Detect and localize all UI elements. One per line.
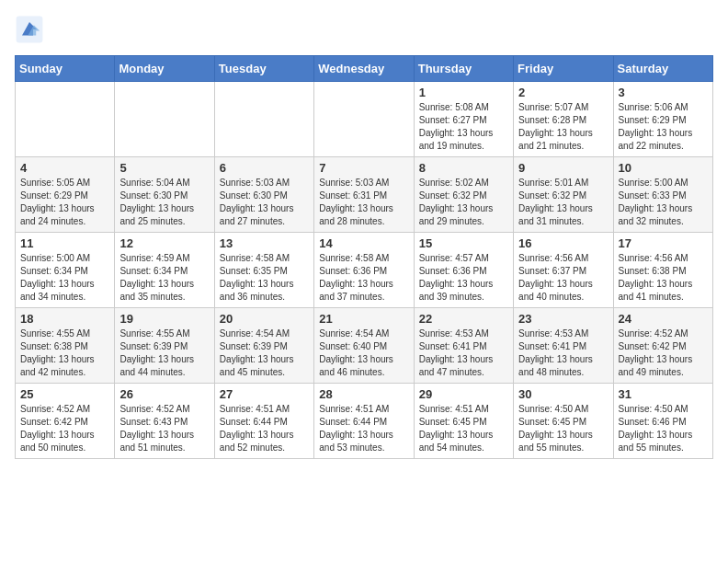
day-info: Sunrise: 4:54 AMSunset: 6:40 PMDaylight:… xyxy=(319,327,408,379)
day-number: 3 xyxy=(619,86,708,99)
calendar-cell: 2Sunrise: 5:07 AMSunset: 6:28 PMDaylight… xyxy=(514,82,613,157)
day-number: 11 xyxy=(20,236,109,250)
day-number: 28 xyxy=(319,387,408,401)
calendar-cell: 18Sunrise: 4:55 AMSunset: 6:38 PMDayligh… xyxy=(16,308,115,384)
calendar-cell: 16Sunrise: 4:56 AMSunset: 6:37 PMDayligh… xyxy=(514,233,613,308)
day-number: 25 xyxy=(20,387,109,401)
calendar-week-row: 11Sunrise: 5:00 AMSunset: 6:34 PMDayligh… xyxy=(16,233,713,308)
day-number: 9 xyxy=(518,161,608,175)
day-number: 12 xyxy=(119,236,209,250)
day-info: Sunrise: 4:56 AMSunset: 6:38 PMDaylight:… xyxy=(619,252,708,304)
calendar-cell: 10Sunrise: 5:00 AMSunset: 6:33 PMDayligh… xyxy=(613,157,712,233)
day-info: Sunrise: 4:53 AMSunset: 6:41 PMDaylight:… xyxy=(419,327,508,379)
day-number: 20 xyxy=(220,312,309,326)
calendar-week-row: 4Sunrise: 5:05 AMSunset: 6:29 PMDaylight… xyxy=(16,157,713,233)
day-number: 6 xyxy=(220,161,309,175)
day-info: Sunrise: 4:53 AMSunset: 6:41 PMDaylight:… xyxy=(518,327,608,379)
logo-icon xyxy=(15,15,44,44)
weekday-header-wednesday: Wednesday xyxy=(314,56,414,82)
day-number: 21 xyxy=(319,312,408,326)
calendar-cell xyxy=(16,82,115,157)
day-number: 8 xyxy=(419,161,508,175)
day-number: 22 xyxy=(419,312,508,326)
calendar-cell: 27Sunrise: 4:51 AMSunset: 6:44 PMDayligh… xyxy=(214,384,313,459)
calendar-cell xyxy=(314,82,414,157)
calendar-cell: 12Sunrise: 4:59 AMSunset: 6:34 PMDayligh… xyxy=(115,233,214,308)
weekday-header-tuesday: Tuesday xyxy=(214,56,313,82)
calendar-cell: 15Sunrise: 4:57 AMSunset: 6:36 PMDayligh… xyxy=(414,233,513,308)
calendar-cell: 4Sunrise: 5:05 AMSunset: 6:29 PMDaylight… xyxy=(16,157,115,233)
day-info: Sunrise: 5:02 AMSunset: 6:32 PMDaylight:… xyxy=(419,177,508,228)
calendar-cell: 11Sunrise: 5:00 AMSunset: 6:34 PMDayligh… xyxy=(16,233,115,308)
day-info: Sunrise: 4:50 AMSunset: 6:46 PMDaylight:… xyxy=(619,403,708,454)
calendar-cell xyxy=(214,82,313,157)
day-info: Sunrise: 5:07 AMSunset: 6:28 PMDaylight:… xyxy=(518,101,608,153)
day-info: Sunrise: 5:04 AMSunset: 6:30 PMDaylight:… xyxy=(119,177,209,228)
calendar-week-row: 25Sunrise: 4:52 AMSunset: 6:42 PMDayligh… xyxy=(16,384,713,459)
weekday-header-row: SundayMondayTuesdayWednesdayThursdayFrid… xyxy=(16,56,713,82)
day-info: Sunrise: 5:00 AMSunset: 6:34 PMDaylight:… xyxy=(20,252,109,304)
day-number: 4 xyxy=(20,161,109,175)
day-info: Sunrise: 5:06 AMSunset: 6:29 PMDaylight:… xyxy=(619,101,708,153)
day-number: 30 xyxy=(518,387,608,401)
day-info: Sunrise: 5:05 AMSunset: 6:29 PMDaylight:… xyxy=(20,177,109,228)
day-number: 18 xyxy=(20,312,109,326)
day-number: 19 xyxy=(119,312,209,326)
day-info: Sunrise: 5:03 AMSunset: 6:30 PMDaylight:… xyxy=(220,177,309,228)
day-number: 27 xyxy=(220,387,309,401)
day-number: 23 xyxy=(518,312,608,326)
day-info: Sunrise: 4:51 AMSunset: 6:44 PMDaylight:… xyxy=(220,403,309,454)
weekday-header-friday: Friday xyxy=(514,56,613,82)
calendar-cell: 30Sunrise: 4:50 AMSunset: 6:45 PMDayligh… xyxy=(514,384,613,459)
calendar-cell: 26Sunrise: 4:52 AMSunset: 6:43 PMDayligh… xyxy=(115,384,214,459)
day-info: Sunrise: 5:00 AMSunset: 6:33 PMDaylight:… xyxy=(619,177,708,228)
day-info: Sunrise: 4:58 AMSunset: 6:35 PMDaylight:… xyxy=(220,252,309,304)
day-number: 10 xyxy=(619,161,708,175)
page-header xyxy=(15,15,713,44)
day-info: Sunrise: 4:54 AMSunset: 6:39 PMDaylight:… xyxy=(220,327,309,379)
day-number: 1 xyxy=(419,86,508,99)
day-number: 7 xyxy=(319,161,408,175)
weekday-header-monday: Monday xyxy=(115,56,214,82)
calendar-cell: 19Sunrise: 4:55 AMSunset: 6:39 PMDayligh… xyxy=(115,308,214,384)
calendar-cell: 7Sunrise: 5:03 AMSunset: 6:31 PMDaylight… xyxy=(314,157,414,233)
day-number: 2 xyxy=(518,86,608,99)
day-info: Sunrise: 4:52 AMSunset: 6:42 PMDaylight:… xyxy=(619,327,708,379)
calendar-cell: 9Sunrise: 5:01 AMSunset: 6:32 PMDaylight… xyxy=(514,157,613,233)
day-number: 14 xyxy=(319,236,408,250)
day-number: 29 xyxy=(419,387,508,401)
calendar-cell: 25Sunrise: 4:52 AMSunset: 6:42 PMDayligh… xyxy=(16,384,115,459)
day-number: 31 xyxy=(619,387,708,401)
weekday-header-thursday: Thursday xyxy=(414,56,513,82)
day-info: Sunrise: 4:56 AMSunset: 6:37 PMDaylight:… xyxy=(518,252,608,304)
calendar-cell: 24Sunrise: 4:52 AMSunset: 6:42 PMDayligh… xyxy=(613,308,712,384)
calendar-cell: 21Sunrise: 4:54 AMSunset: 6:40 PMDayligh… xyxy=(314,308,414,384)
day-info: Sunrise: 4:55 AMSunset: 6:39 PMDaylight:… xyxy=(119,327,209,379)
day-info: Sunrise: 4:58 AMSunset: 6:36 PMDaylight:… xyxy=(319,252,408,304)
calendar-cell: 1Sunrise: 5:08 AMSunset: 6:27 PMDaylight… xyxy=(414,82,513,157)
calendar-cell: 23Sunrise: 4:53 AMSunset: 6:41 PMDayligh… xyxy=(514,308,613,384)
day-info: Sunrise: 4:59 AMSunset: 6:34 PMDaylight:… xyxy=(119,252,209,304)
calendar-cell: 6Sunrise: 5:03 AMSunset: 6:30 PMDaylight… xyxy=(214,157,313,233)
day-number: 24 xyxy=(619,312,708,326)
calendar-cell: 3Sunrise: 5:06 AMSunset: 6:29 PMDaylight… xyxy=(613,82,712,157)
calendar-cell xyxy=(115,82,214,157)
day-info: Sunrise: 4:52 AMSunset: 6:43 PMDaylight:… xyxy=(119,403,209,454)
day-info: Sunrise: 4:51 AMSunset: 6:45 PMDaylight:… xyxy=(419,403,508,454)
calendar-cell: 5Sunrise: 5:04 AMSunset: 6:30 PMDaylight… xyxy=(115,157,214,233)
calendar-cell: 17Sunrise: 4:56 AMSunset: 6:38 PMDayligh… xyxy=(613,233,712,308)
calendar-cell: 14Sunrise: 4:58 AMSunset: 6:36 PMDayligh… xyxy=(314,233,414,308)
day-number: 26 xyxy=(119,387,209,401)
calendar-cell: 8Sunrise: 5:02 AMSunset: 6:32 PMDaylight… xyxy=(414,157,513,233)
day-number: 15 xyxy=(419,236,508,250)
day-info: Sunrise: 5:03 AMSunset: 6:31 PMDaylight:… xyxy=(319,177,408,228)
day-info: Sunrise: 4:52 AMSunset: 6:42 PMDaylight:… xyxy=(20,403,109,454)
calendar-cell: 20Sunrise: 4:54 AMSunset: 6:39 PMDayligh… xyxy=(214,308,313,384)
calendar-week-row: 1Sunrise: 5:08 AMSunset: 6:27 PMDaylight… xyxy=(16,82,713,157)
calendar-cell: 31Sunrise: 4:50 AMSunset: 6:46 PMDayligh… xyxy=(613,384,712,459)
day-info: Sunrise: 5:01 AMSunset: 6:32 PMDaylight:… xyxy=(518,177,608,228)
weekday-header-sunday: Sunday xyxy=(16,56,115,82)
logo xyxy=(15,15,48,44)
day-info: Sunrise: 5:08 AMSunset: 6:27 PMDaylight:… xyxy=(419,101,508,153)
calendar-table: SundayMondayTuesdayWednesdayThursdayFrid… xyxy=(15,55,713,459)
